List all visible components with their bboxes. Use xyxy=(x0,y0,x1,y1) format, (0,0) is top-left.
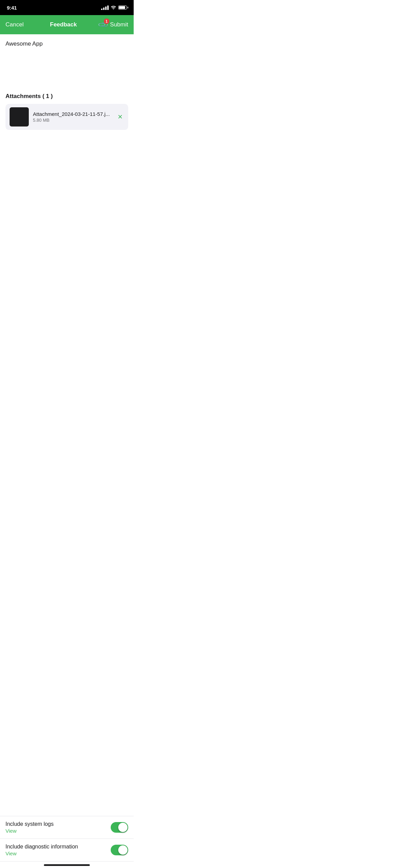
attachments-section: Attachments ( 1 ) Attachment_2024-03-21-… xyxy=(0,93,134,135)
attachment-button[interactable]: 📎 1 xyxy=(99,21,107,29)
attachments-header: Attachments ( 1 ) xyxy=(5,93,128,100)
content-area: Awesome App Attachments ( 1 ) Attachment… xyxy=(0,34,134,273)
nav-right-actions: 📎 1 Submit xyxy=(97,21,128,29)
attachment-name: Attachment_2024-03-21-11-57.j... xyxy=(33,111,112,117)
battery-icon xyxy=(118,5,127,10)
content-spacer xyxy=(0,135,134,273)
signal-icon xyxy=(101,5,109,10)
attachment-badge: 1 xyxy=(104,19,109,24)
attachment-remove-button[interactable]: ✕ xyxy=(116,112,124,122)
status-bar: 9:41 xyxy=(0,0,134,15)
navigation-bar: Cancel Feedback 📎 1 Submit xyxy=(0,15,134,34)
cancel-button[interactable]: Cancel xyxy=(5,21,29,28)
submit-button[interactable]: Submit xyxy=(110,21,128,28)
attachment-thumbnail xyxy=(10,107,29,126)
attachment-info: Attachment_2024-03-21-11-57.j... 5.80 MB xyxy=(33,111,112,123)
status-time: 9:41 xyxy=(7,5,17,11)
status-icons xyxy=(101,5,127,10)
attachment-item: Attachment_2024-03-21-11-57.j... 5.80 MB… xyxy=(5,104,128,130)
wifi-icon xyxy=(111,5,116,10)
feedback-text-input[interactable]: Awesome App xyxy=(0,34,134,92)
page-title: Feedback xyxy=(29,21,97,28)
attachment-size: 5.80 MB xyxy=(33,118,112,123)
